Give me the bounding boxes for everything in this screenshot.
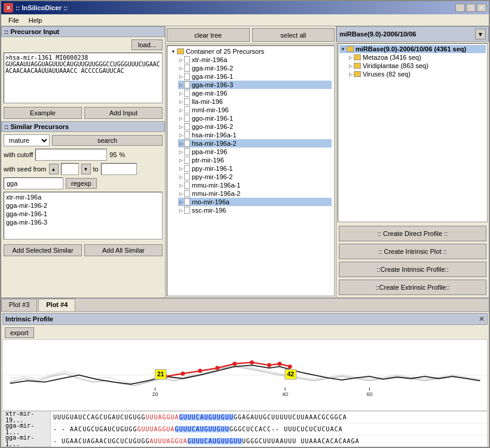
menu-file[interactable]: File <box>4 16 24 25</box>
tab-plot3[interactable]: Plot #3 <box>1 299 37 311</box>
seed-to-input[interactable] <box>101 163 137 175</box>
doc-icon <box>184 182 190 189</box>
search-button[interactable]: search <box>52 135 163 146</box>
create-intrinsic-profile-button[interactable]: ::Create Intrinsic Profile:: <box>339 262 486 277</box>
add-input-button[interactable]: Add Input <box>84 107 163 119</box>
search-type-select[interactable]: mature precursor <box>4 134 50 146</box>
minimize-button[interactable]: _ <box>455 4 465 12</box>
tree-node-label: xtr-mir-196a <box>192 56 227 63</box>
tree-node-label: gga-mir-196-2 <box>192 65 233 72</box>
doc-icon <box>184 190 190 197</box>
window-title: :: InSilicoDicer :: <box>16 4 68 11</box>
seed-from-spin-up[interactable]: ▲ <box>49 164 59 174</box>
svg-point-6 <box>250 360 254 364</box>
list-item[interactable]: xtr-mir-196a <box>5 193 161 201</box>
doc-icon <box>184 90 190 97</box>
svg-point-9 <box>288 364 292 369</box>
tree-node-label: mmu-mir-196a-2 <box>192 190 240 197</box>
tree-node[interactable]: ▷ rno-mir-196a <box>178 198 332 206</box>
create-direct-profile-button[interactable]: :: Create Direct Profile :: <box>339 226 486 241</box>
add-selected-similar-button[interactable]: Add Selected Similar <box>4 244 82 256</box>
load-button[interactable]: load... <box>131 39 163 50</box>
list-item[interactable]: gga-mir-196-2 <box>5 201 161 210</box>
folder-icon <box>354 71 361 77</box>
create-extrinsic-profile-button[interactable]: ::Create Extrinsic Profile:: <box>339 280 486 295</box>
similar-list[interactable]: xtr-mir-196a gga-mir-196-2 gga-mir-196-1… <box>4 192 163 240</box>
mirbase-node[interactable]: ▷ Viruses (82 seq) <box>348 70 486 78</box>
list-item[interactable]: gga-mir-196-3 <box>5 218 161 226</box>
doc-icon <box>184 148 190 155</box>
mirbase-node[interactable]: ▷ Viridiplantae (863 seq) <box>348 62 486 70</box>
tree-node[interactable]: ▷ ppy-mir-196-1 <box>178 164 332 173</box>
percent-value: 95 <box>109 151 117 158</box>
tree-node[interactable]: ▷ gga-mir-196-3 <box>178 81 332 89</box>
chart-area: 21 42 20 40 60 <box>2 339 488 411</box>
doc-icon <box>184 173 190 180</box>
chart-svg: 21 42 20 40 60 <box>3 340 487 410</box>
tree-node[interactable]: ▷ gga-mir-196-1 <box>178 72 332 81</box>
expand-icon: ▷ <box>179 149 183 155</box>
tree-node-label: ssc-mir-196 <box>192 207 226 214</box>
doc-icon <box>184 65 190 72</box>
regexp-button[interactable]: regexp <box>66 178 97 189</box>
mirbase-tree[interactable]: ▼ miRBase(9.0)-2006/10/06 (4361 seq) ▷ M… <box>338 43 488 222</box>
expand-icon: ▷ <box>179 191 183 197</box>
similar-section: mature precursor search with cutoff 95 %… <box>1 132 165 242</box>
mirbase-node[interactable]: ▼ miRBase(9.0)-2006/10/06 (4361 seq) <box>339 45 486 53</box>
expand-icon: ▷ <box>179 183 183 188</box>
tree-node[interactable]: ▷ gga-mir-196-2 <box>178 64 332 72</box>
svg-point-5 <box>232 361 237 366</box>
tree-root-node[interactable]: ▼ Container of 25 Precursors <box>170 47 332 56</box>
mirbase-label: Viridiplantae (863 seq) <box>363 62 428 69</box>
seed-from-input[interactable] <box>61 163 79 175</box>
tab-plot4[interactable]: Plot #4 <box>38 299 75 311</box>
seq-text: - - AACUGCUGAUCUGUGGGUUUAGGUAGUUUCAUGUUG… <box>51 426 345 432</box>
clear-tree-button[interactable]: clear tree <box>167 28 250 42</box>
tree-node[interactable]: ▷ mmu-mir-196a-1 <box>178 181 332 189</box>
select-all-button[interactable]: select all <box>252 28 335 42</box>
expand-icon: ▷ <box>179 108 183 113</box>
tree-node[interactable]: ▷ ppa-mir-196 <box>178 148 332 156</box>
mirbase-dropdown[interactable]: ▼ <box>475 29 486 39</box>
tree-node-label: mmu-mir-196a-1 <box>192 182 240 189</box>
example-button[interactable]: Example <box>4 107 82 119</box>
tree-node[interactable]: ▷ xtr-mir-196a <box>178 56 332 64</box>
export-button[interactable]: export <box>5 327 34 338</box>
close-button[interactable]: ✕ <box>477 4 486 12</box>
tree-node[interactable]: ▷ mmu-mir-196a-2 <box>178 189 332 198</box>
gga-row: regexp <box>4 177 163 189</box>
seed-from-spin-down[interactable]: ▼ <box>81 164 91 174</box>
tree-node[interactable]: ▷ ggo-mir-196-1 <box>178 114 332 122</box>
seed-label: with seed from <box>4 165 47 173</box>
gga-input[interactable] <box>4 177 63 189</box>
tree-node[interactable]: ▷ ggo-mir-196-2 <box>178 122 332 131</box>
tree-node-label: hsa-mir-196a-2 <box>192 140 237 147</box>
mirbase-node[interactable]: ▷ Metazoa (3416 seq) <box>348 53 486 62</box>
tree-node[interactable]: ▷ age-mir-196 <box>178 89 332 97</box>
tree-container[interactable]: ▼ Container of 25 Precursors ▷ xtr-mir-1… <box>167 45 335 296</box>
maximize-button[interactable]: □ <box>466 4 476 12</box>
doc-icon <box>184 106 190 113</box>
tree-node[interactable]: ▷ mml-mir-196 <box>178 106 332 114</box>
cutoff-input[interactable] <box>35 149 107 161</box>
tree-node[interactable]: ▷ lla-mir-196 <box>178 97 332 106</box>
tree-root-label: Container of 25 Precursors <box>186 48 264 55</box>
tree-node-label: gga-mir-196-1 <box>192 73 233 80</box>
tree-node-label: ggo-mir-196-2 <box>192 123 233 130</box>
list-item[interactable]: gga-mir-196-1 <box>5 210 161 218</box>
tree-node[interactable]: ▷ ppy-mir-196-2 <box>178 173 332 181</box>
add-all-similar-button[interactable]: Add All Similar <box>84 244 163 256</box>
tree-node[interactable]: ▷ ssc-mir-196 <box>178 206 332 214</box>
tree-node[interactable]: ▷ ptr-mir-196 <box>178 156 332 164</box>
expand-icon: ▷ <box>349 55 353 60</box>
title-bar-left: X :: InSilicoDicer :: <box>4 3 68 13</box>
tree-node-label: rno-mir-196a <box>192 198 229 205</box>
tree-node[interactable]: ▷ hsa-mir-196a-2 <box>178 139 332 148</box>
tree-node-label: ptr-mir-196 <box>192 157 224 164</box>
close-profile-button[interactable]: ✕ <box>479 315 485 323</box>
tree-node[interactable]: ▷ hsa-mir-196a-1 <box>178 131 332 139</box>
precursor-textarea[interactable]: >hsa-mir-1361 MI0000238 GUGAAUUAGGUAGUUU… <box>4 53 163 103</box>
folder-icon <box>347 46 354 52</box>
create-intrinsic-plot-button[interactable]: :: Create Intrinsic Plot :: <box>339 244 486 259</box>
menu-help[interactable]: Help <box>24 16 47 25</box>
